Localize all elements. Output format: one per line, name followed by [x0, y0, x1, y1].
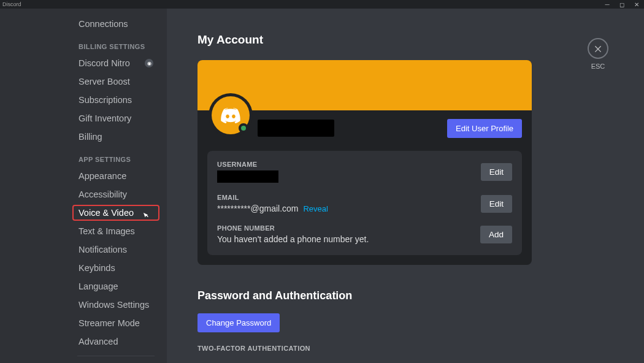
pointer-cursor-icon: [141, 211, 150, 223]
discord-logo-icon: [220, 104, 242, 126]
close-button[interactable]: ✕: [632, 1, 642, 8]
field-label: PHONE NUMBER: [217, 224, 369, 232]
change-password-button[interactable]: Change Password: [197, 313, 280, 332]
auth-section-title: Password and Authentication: [197, 289, 619, 302]
edit-username-button[interactable]: Edit: [481, 163, 512, 181]
sidebar-item-label: Accessibility: [79, 189, 127, 199]
sidebar-item-label: Language: [79, 281, 118, 291]
sidebar-item-label: Windows Settings: [79, 300, 149, 310]
close-icon: [593, 44, 603, 53]
field-label: USERNAME: [217, 161, 278, 168]
sidebar-item-connections[interactable]: Connections: [72, 16, 159, 32]
twofa-header: TWO-FACTOR AUTHENTICATION: [197, 345, 619, 352]
sidebar-item-label: Text & Images: [79, 226, 135, 236]
username-display: [258, 120, 334, 137]
account-card: Edit User Profile USERNAME Edit EMAIL **…: [197, 60, 532, 265]
sidebar-item-keybinds[interactable]: Keybinds: [72, 260, 159, 276]
avatar[interactable]: [212, 96, 250, 134]
sidebar-item-advanced[interactable]: Advanced: [72, 334, 159, 350]
close-settings: ESC: [588, 38, 608, 70]
sidebar-item-label: Connections: [79, 19, 128, 29]
edit-user-profile-button[interactable]: Edit User Profile: [447, 119, 522, 138]
sidebar-item-label: Voice & Video: [79, 208, 134, 218]
sidebar-item-accessibility[interactable]: Accessibility: [72, 186, 159, 202]
sidebar-item-windows-settings[interactable]: Windows Settings: [72, 297, 159, 313]
settings-content: ESC My Account Edit User Profile USERNAM: [167, 9, 644, 363]
field-email: EMAIL **********@gmail.com Reveal Edit: [217, 194, 512, 213]
sidebar-item-nitro[interactable]: Discord Nitro ◉: [72, 55, 159, 71]
phone-value: You haven't added a phone number yet.: [217, 234, 369, 244]
sidebar-item-label: Keybinds: [79, 263, 115, 273]
sidebar-item-billing[interactable]: Billing: [72, 129, 159, 145]
reveal-email-link[interactable]: Reveal: [303, 204, 328, 213]
sidebar-item-label: Subscriptions: [79, 95, 132, 105]
sidebar-item-label: Server Boost: [79, 77, 130, 86]
sidebar-item-streamer-mode[interactable]: Streamer Mode: [72, 315, 159, 331]
maximize-button[interactable]: ◻: [617, 1, 627, 8]
esc-label: ESC: [591, 63, 605, 70]
sidebar-item-voice-video[interactable]: Voice & Video: [72, 205, 159, 221]
email-value: **********@gmail.com: [217, 204, 299, 213]
sidebar-item-server-boost[interactable]: Server Boost: [72, 74, 159, 90]
page-title: My Account: [197, 33, 619, 47]
window-titlebar: Discord ─ ◻ ✕: [0, 0, 644, 9]
field-phone: PHONE NUMBER You haven't added a phone n…: [217, 224, 512, 244]
nitro-badge-icon: ◉: [145, 59, 153, 67]
app-name: Discord: [2, 1, 21, 7]
add-phone-button[interactable]: Add: [480, 226, 512, 243]
sidebar-item-gift-inventory[interactable]: Gift Inventory: [72, 110, 159, 126]
sidebar-divider: [77, 356, 155, 356]
sidebar-item-label: Gift Inventory: [79, 113, 131, 123]
avatar-wrap: [209, 93, 253, 137]
sidebar-item-label: Discord Nitro: [79, 58, 130, 68]
sidebar-item-notifications[interactable]: Notifications: [72, 242, 159, 258]
sidebar-item-label: Billing: [79, 132, 102, 142]
minimize-button[interactable]: ─: [602, 1, 612, 8]
sidebar-header-billing: BILLING SETTINGS: [72, 43, 159, 50]
sidebar-item-label: Notifications: [79, 245, 127, 254]
username-redacted: [217, 170, 278, 183]
sidebar-item-label: Advanced: [79, 337, 118, 346]
account-fields: USERNAME Edit EMAIL **********@gmail.com…: [207, 151, 522, 255]
settings-sidebar: Connections BILLING SETTINGS Discord Nit…: [0, 9, 167, 363]
sidebar-item-language[interactable]: Language: [72, 278, 159, 294]
close-settings-button[interactable]: [588, 38, 608, 59]
sidebar-header-app: APP SETTINGS: [72, 156, 159, 163]
sidebar-item-label: Appearance: [79, 171, 126, 181]
field-label: EMAIL: [217, 194, 328, 201]
window-controls: ─ ◻ ✕: [602, 1, 642, 8]
edit-email-button[interactable]: Edit: [481, 195, 512, 213]
sidebar-item-appearance[interactable]: Appearance: [72, 168, 159, 184]
status-online-icon: [239, 123, 248, 133]
sidebar-item-label: Streamer Mode: [79, 318, 140, 328]
sidebar-item-text-images[interactable]: Text & Images: [72, 223, 159, 239]
sidebar-item-subscriptions[interactable]: Subscriptions: [72, 92, 159, 108]
field-username: USERNAME Edit: [217, 161, 512, 183]
